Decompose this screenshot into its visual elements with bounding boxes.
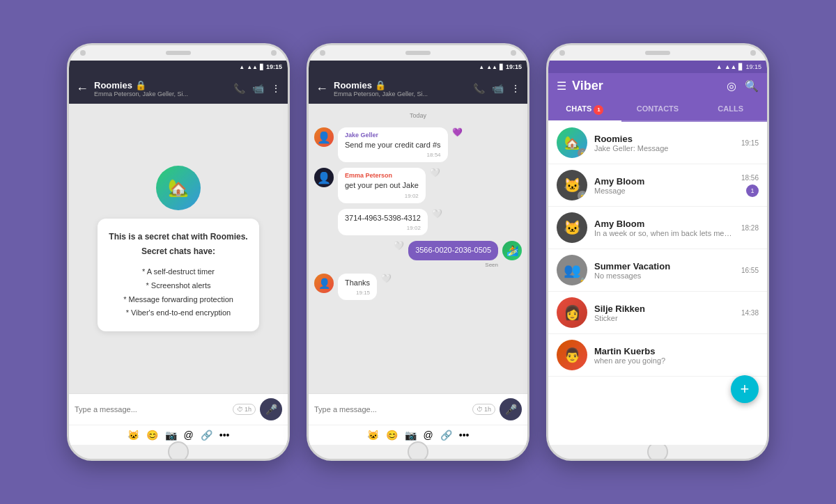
avatar-silje: 👩 (557, 297, 587, 328)
emoji-link-2[interactable]: 🔗 (440, 430, 452, 441)
emoji-link-1[interactable]: 🔗 (201, 430, 212, 441)
lock-badge-amy1: 🔒 (578, 191, 587, 200)
chat-name-amy1: Amy Bloom (594, 176, 734, 187)
viber-header-actions: ◎ 🔍 (727, 79, 759, 93)
screen-1: ▲ ▲▲ ▊ 19:15 ← Roomies 🔒 Emma Peterson, … (69, 61, 288, 445)
mic-button-2[interactable]: 🎤 (500, 398, 522, 420)
qr-icon[interactable]: ◎ (727, 79, 736, 93)
chat-name-roomies: Roomies (594, 134, 734, 144)
home-button-1[interactable] (168, 441, 189, 461)
viber-status-bar: ▲ ▲▲ ▊ 19:15 (548, 61, 767, 73)
avatar-martin: 👨 (557, 340, 587, 370)
chat-preview-amy2: In a week or so, when im back lets meet … (594, 229, 734, 237)
chat-info-silje: Silje Rikken Sticker (594, 304, 734, 322)
chat-title-1: Roomies 🔒 (94, 80, 228, 90)
avatar-emma: 👤 (314, 168, 334, 187)
battery-icon-3: ▊ (738, 63, 743, 70)
message-input-1[interactable] (75, 405, 229, 414)
emoji-cat-2[interactable]: 🐱 (367, 430, 379, 441)
call-icon-1[interactable]: 📞 (233, 83, 245, 94)
video-icon-1[interactable]: 📹 (252, 83, 264, 94)
viber-header: ☰ Viber ◎ 🔍 (548, 73, 767, 99)
chat-info-amy2: Amy Bloom In a week or so, when im back … (594, 219, 734, 237)
msg-text-1: Send me your credit card #s (345, 140, 441, 150)
secret-feature-4: * Viber's end-to-end encryption (109, 306, 247, 320)
msg-sender-1: Jake Geller (345, 132, 441, 139)
avatar-amy2: 🐱 (557, 212, 587, 243)
roomies-avatar-emoji: 🏡 (564, 135, 580, 150)
header-info-1: Roomies 🔒 Emma Peterson, Jake Geller, Si… (94, 80, 228, 97)
signal-icon-2: ▲▲ (486, 64, 497, 70)
emoji-at-2[interactable]: @ (424, 430, 433, 441)
avatar-icon-jake-2: 👤 (318, 278, 330, 289)
chat-item-amy2[interactable]: 🐱 Amy Bloom In a week or so, when im bac… (548, 207, 767, 249)
phone-bottom-2 (309, 445, 527, 459)
video-icon-2[interactable]: 📹 (492, 83, 504, 94)
secret-feature-2: * Screenshot alerts (109, 279, 247, 293)
emoji-camera-1[interactable]: 📷 (165, 430, 177, 441)
back-button-1[interactable]: ← (76, 81, 88, 96)
chat-info-amy1: Amy Bloom Message (594, 176, 734, 195)
tab-contacts-label: CONTACTS (637, 104, 679, 113)
emoji-more-1[interactable]: ••• (219, 430, 230, 441)
mic-button-1[interactable]: 🎤 (260, 398, 282, 420)
like-button-4[interactable]: 🤍 (394, 241, 404, 251)
wifi-icon-3: ▲ (716, 63, 722, 70)
tab-contacts[interactable]: CONTACTS (621, 99, 695, 120)
tab-calls[interactable]: CALLS (694, 99, 767, 120)
fab-icon: + (741, 380, 750, 398)
chat-item-roomies[interactable]: 🏡 🔒 Roomies Jake Geller: Message 19:15 (548, 122, 767, 164)
battery-icon-2: ▊ (500, 64, 504, 70)
chat-time-silje: 14:38 (741, 309, 759, 317)
msg-text-4: 3566-0020-2036-0505 (415, 245, 491, 255)
avatar-amy1: 🐱 🔒 (557, 170, 587, 200)
chat-info-summer: Summer Vacation No messages (594, 261, 734, 280)
call-icon-2[interactable]: 📞 (473, 83, 485, 94)
tab-chats[interactable]: CHATS1 (548, 99, 621, 122)
emoji-smile-1[interactable]: 😊 (146, 430, 158, 441)
avatar-self: 🏄 (502, 241, 522, 260)
chat-item-martin[interactable]: 👨 Martin Kuerbs when are you going? (548, 334, 767, 377)
chat-time-amy1: 18:56 (741, 174, 759, 182)
message-input-2[interactable] (314, 405, 468, 414)
search-icon[interactable]: 🔍 (745, 79, 759, 93)
more-icon-2[interactable]: ⋮ (511, 83, 520, 94)
chat-subtitle-2: Emma Peterson, Jake Geller, Si... (334, 90, 467, 97)
chat-header-1: ← Roomies 🔒 Emma Peterson, Jake Geller, … (69, 73, 288, 104)
chat-preview-martin: when are you going? (594, 356, 752, 365)
lock-badge-roomies: 🔒 (578, 148, 587, 158)
like-button-3[interactable]: 🤍 (432, 209, 442, 219)
chat-name-martin: Martin Kuerbs (594, 346, 752, 356)
chat-item-amy1[interactable]: 🐱 🔒 Amy Bloom Message 18:56 1 (548, 164, 767, 207)
chat-time-roomies: 19:15 (741, 139, 759, 147)
back-button-2[interactable]: ← (316, 81, 328, 96)
timer-icon-2: ⏱ (477, 406, 483, 413)
like-button-2[interactable]: 🤍 (430, 168, 440, 178)
speaker-3 (645, 51, 670, 55)
like-button-5[interactable]: 🤍 (381, 274, 392, 283)
msg-bubble-3: 3714-4963-5398-4312 19:02 (338, 209, 428, 235)
chat-item-silje[interactable]: 👩 Silje Rikken Sticker 14:38 (548, 292, 767, 334)
timer-label-2: 1h (484, 406, 491, 413)
emoji-more-2[interactable]: ••• (459, 430, 470, 441)
timer-label-1: 1h (245, 406, 251, 413)
emoji-cat-1[interactable]: 🐱 (127, 430, 139, 441)
sensor-dot-1 (271, 50, 277, 56)
avatar-icon-self: 🏄 (506, 245, 518, 256)
input-bar-1: ⏱ 1h 🎤 (69, 393, 288, 425)
chat-name-amy2: Amy Bloom (594, 219, 734, 229)
emoji-smile-2[interactable]: 😊 (386, 430, 398, 441)
battery-icon-1: ▊ (260, 64, 264, 70)
like-button-1[interactable]: 💜 (452, 127, 463, 137)
fab-button[interactable]: + (731, 375, 759, 403)
msg-meta-5: 19:15 (345, 290, 370, 296)
more-icon-1[interactable]: ⋮ (271, 83, 281, 94)
chat-item-summer[interactable]: 👥 🔒 Summer Vacation No messages 16:55 (548, 249, 767, 292)
emoji-camera-2[interactable]: 📷 (405, 430, 417, 441)
home-button-2[interactable] (408, 441, 428, 461)
hamburger-icon[interactable]: ☰ (557, 79, 566, 93)
emoji-at-1[interactable]: @ (184, 430, 194, 441)
secret-title: This is a secret chat with Roomies.Secre… (109, 230, 247, 260)
chat-header-2: ← Roomies 🔒 Emma Peterson, Jake Geller, … (309, 73, 527, 104)
msg-bubble-4: 3566-0020-2036-0505 (408, 241, 498, 260)
